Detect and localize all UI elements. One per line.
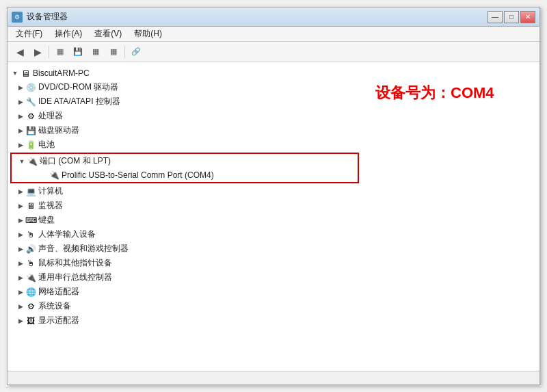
root-label: BiscuitARM-PC <box>33 68 90 78</box>
tree-hid[interactable]: ▶ 🖱 人体学输入设备 <box>16 227 359 241</box>
toolbar-btn2[interactable]: 💾 <box>70 44 86 60</box>
battery-expand: ▶ <box>16 140 25 150</box>
monitor-expand: ▶ <box>16 201 25 211</box>
annotation-area: 设备号为：COM4 <box>362 62 539 371</box>
content-area: ▼ 🖥 BiscuitARM-PC ▶ 💿 DVD/CD-ROM 驱动器 ▶ 🔧… <box>8 62 539 371</box>
toolbar-back[interactable]: ◀ <box>12 44 28 60</box>
root-expand-arrow: ▼ <box>10 68 20 78</box>
window-title: 设备管理器 <box>27 11 68 23</box>
system-expand: ▶ <box>16 302 25 311</box>
com4-icon: 🔌 <box>49 170 59 181</box>
disk-expand: ▶ <box>16 126 25 135</box>
usb-expand: ▶ <box>16 273 25 283</box>
menu-action[interactable]: 操作(A) <box>49 27 88 41</box>
mouse-icon: 🖱 <box>25 258 36 269</box>
computer-label: 计算机 <box>38 185 63 197</box>
dvd-icon: 💿 <box>25 82 36 93</box>
maximize-button[interactable]: □ <box>504 11 519 23</box>
audio-icon: 🔊 <box>25 244 36 254</box>
toolbar-forward[interactable]: ▶ <box>29 44 46 60</box>
hid-icon: 🖱 <box>25 229 36 240</box>
tree-battery[interactable]: ▶ 🔋 电池 <box>16 138 359 152</box>
menu-view[interactable]: 查看(V) <box>89 27 127 41</box>
keyboard-expand: ▶ <box>16 215 25 225</box>
tree-network[interactable]: ▶ 🌐 网络适配器 <box>16 285 359 299</box>
tree-mouse[interactable]: ▶ 🖱 鼠标和其他指针设备 <box>16 256 359 270</box>
computer-expand: ▶ <box>16 187 25 196</box>
keyboard-label: 键盘 <box>38 214 55 226</box>
tree-usb[interactable]: ▶ 🔌 通用串行总线控制器 <box>16 270 359 285</box>
menu-help[interactable]: 帮助(H) <box>129 27 168 41</box>
mouse-expand: ▶ <box>16 259 25 268</box>
toolbar: ◀ ▶ ▦ 💾 ▦ ▦ 🔗 <box>8 42 539 62</box>
toolbar-separator-2 <box>124 46 125 58</box>
processor-label: 处理器 <box>38 110 63 122</box>
monitor-icon: 🖥 <box>25 200 36 211</box>
tree-disk[interactable]: ▶ 💾 磁盘驱动器 <box>16 123 359 138</box>
system-label: 系统设备 <box>38 300 71 312</box>
tree-ide[interactable]: ▶ 🔧 IDE ATA/ATAPI 控制器 <box>16 94 359 109</box>
ports-label: 端口 (COM 和 LPT) <box>40 155 111 167</box>
monitor-label: 监视器 <box>38 200 63 211</box>
toolbar-btn5[interactable]: 🔗 <box>128 44 144 60</box>
usb-label: 通用串行总线控制器 <box>38 272 112 283</box>
audio-label: 声音、视频和游戏控制器 <box>38 243 129 254</box>
tree-processor[interactable]: ▶ ⚙ 处理器 <box>16 109 359 123</box>
battery-label: 电池 <box>38 139 55 151</box>
battery-icon: 🔋 <box>25 140 36 151</box>
mouse-label: 鼠标和其他指针设备 <box>38 257 112 269</box>
hid-expand: ▶ <box>16 230 25 239</box>
processor-icon: ⚙ <box>25 111 36 122</box>
tree-display[interactable]: ▶ 🖼 显示适配器 <box>16 313 359 328</box>
hid-label: 人体学输入设备 <box>38 228 96 240</box>
menu-bar: 文件(F) 操作(A) 查看(V) 帮助(H) <box>8 27 539 42</box>
annotation-text: 设备号为：COM4 <box>375 83 494 103</box>
toolbar-btn3[interactable]: ▦ <box>88 44 104 60</box>
tree-keyboard[interactable]: ▶ ⌨ 键盘 <box>16 213 359 227</box>
usb-icon: 🔌 <box>25 272 36 283</box>
ide-label: IDE ATA/ATAPI 控制器 <box>38 96 120 107</box>
disk-icon: 💾 <box>25 125 36 136</box>
toolbar-btn1[interactable]: ▦ <box>52 44 68 60</box>
toolbar-separator-1 <box>49 46 49 58</box>
dvd-label: DVD/CD-ROM 驱动器 <box>38 81 118 93</box>
tree-computer[interactable]: ▶ 💻 计算机 <box>16 184 359 198</box>
tree-monitor[interactable]: ▶ 🖥 监视器 <box>16 198 359 213</box>
title-bar-left: ⚙ 设备管理器 <box>12 11 68 23</box>
computer-icon: 🖥 <box>20 68 31 79</box>
tree-com4[interactable]: ▶ 🔌 Prolific USB-to-Serial Comm Port (CO… <box>39 168 358 182</box>
tree-audio[interactable]: ▶ 🔊 声音、视频和游戏控制器 <box>16 241 359 256</box>
network-icon: 🌐 <box>25 287 36 298</box>
display-label: 显示适配器 <box>38 315 79 326</box>
tree-panel: ▼ 🖥 BiscuitARM-PC ▶ 💿 DVD/CD-ROM 驱动器 ▶ 🔧… <box>8 62 362 371</box>
processor-expand: ▶ <box>16 112 25 121</box>
audio-expand: ▶ <box>16 244 25 254</box>
close-button[interactable]: ✕ <box>520 11 535 23</box>
disk-label: 磁盘驱动器 <box>38 125 79 136</box>
ide-expand: ▶ <box>16 97 25 107</box>
menu-file[interactable]: 文件(F) <box>10 27 48 41</box>
tree-ports[interactable]: ▼ 🔌 端口 (COM 和 LPT) <box>17 154 358 168</box>
computer2-icon: 💻 <box>25 186 36 197</box>
status-bar <box>8 371 539 384</box>
tree-system[interactable]: ▶ ⚙ 系统设备 <box>16 299 359 313</box>
ide-icon: 🔧 <box>25 96 36 107</box>
network-expand: ▶ <box>16 287 25 297</box>
network-label: 网络适配器 <box>38 286 79 298</box>
system-icon: ⚙ <box>25 301 36 312</box>
port-section: ▼ 🔌 端口 (COM 和 LPT) ▶ 🔌 Prolific USB-to-S… <box>10 153 359 183</box>
tree-root[interactable]: ▼ 🖥 BiscuitARM-PC <box>10 66 359 80</box>
device-manager-window: ⚙ 设备管理器 — □ ✕ 文件(F) 操作(A) 查看(V) 帮助(H) ◀ … <box>7 7 540 385</box>
keyboard-icon: ⌨ <box>25 215 36 226</box>
dvd-expand: ▶ <box>16 83 25 92</box>
com4-label: Prolific USB-to-Serial Comm Port (COM4) <box>62 170 214 180</box>
ports-icon: 🔌 <box>27 156 38 167</box>
ports-expand: ▼ <box>17 157 27 166</box>
title-bar: ⚙ 设备管理器 — □ ✕ <box>8 8 539 27</box>
window-icon: ⚙ <box>12 12 23 23</box>
minimize-button[interactable]: — <box>488 11 503 23</box>
tree-dvd[interactable]: ▶ 💿 DVD/CD-ROM 驱动器 <box>16 80 359 94</box>
display-expand: ▶ <box>16 316 25 326</box>
window-controls: — □ ✕ <box>488 11 535 23</box>
toolbar-btn4[interactable]: ▦ <box>105 44 122 60</box>
